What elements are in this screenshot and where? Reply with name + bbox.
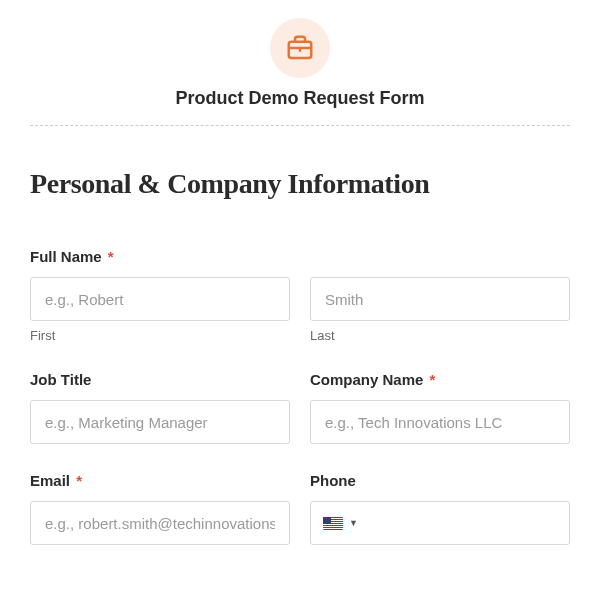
- us-flag-icon: [323, 517, 343, 530]
- section-heading: Personal & Company Information: [30, 168, 570, 200]
- required-mark: *: [76, 472, 82, 489]
- email-input[interactable]: [30, 501, 290, 545]
- company-name-input[interactable]: [310, 400, 570, 444]
- job-title-label: Job Title: [30, 371, 290, 388]
- briefcase-icon: [270, 18, 330, 78]
- required-mark: *: [430, 371, 436, 388]
- phone-input[interactable]: ▼: [310, 501, 570, 545]
- full-name-label: Full Name *: [30, 248, 570, 265]
- required-mark: *: [108, 248, 114, 265]
- email-label: Email *: [30, 472, 290, 489]
- form-title: Product Demo Request Form: [30, 88, 570, 125]
- job-title-input[interactable]: [30, 400, 290, 444]
- header-divider: [30, 125, 570, 126]
- chevron-down-icon: ▼: [349, 518, 358, 528]
- company-name-label: Company Name *: [310, 371, 570, 388]
- form-header: Product Demo Request Form: [30, 18, 570, 125]
- email-label-text: Email: [30, 472, 70, 489]
- full-name-label-text: Full Name: [30, 248, 102, 265]
- last-name-input[interactable]: [310, 277, 570, 321]
- first-name-input[interactable]: [30, 277, 290, 321]
- last-name-sublabel: Last: [310, 328, 570, 343]
- first-name-sublabel: First: [30, 328, 290, 343]
- company-name-label-text: Company Name: [310, 371, 423, 388]
- phone-label: Phone: [310, 472, 570, 489]
